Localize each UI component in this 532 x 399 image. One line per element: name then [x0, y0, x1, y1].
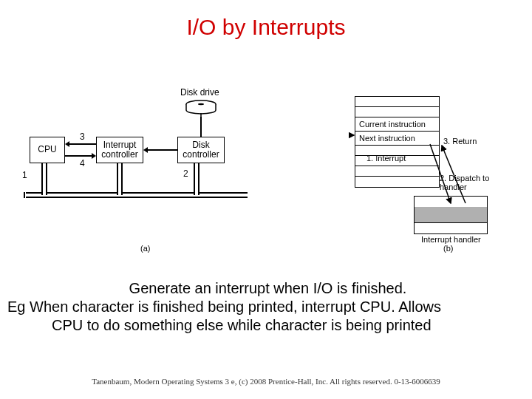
- disk-controller-box: Disk controller: [177, 137, 225, 163]
- label-1: 1: [22, 170, 27, 180]
- disk-drive-label: Disk drive: [180, 87, 219, 98]
- disk-drive-icon: [185, 100, 218, 115]
- bus-cap-left: [24, 192, 26, 198]
- svg-line-5: [430, 144, 451, 203]
- label-3: 3: [80, 132, 85, 142]
- svg-point-1: [198, 103, 204, 105]
- bus-main: [26, 192, 248, 198]
- bus-riser-cpu: [41, 163, 47, 195]
- arrow-2: [148, 149, 177, 151]
- body-line-1: Generate an interrupt when I/O is finish…: [7, 279, 528, 298]
- arrow-4: [65, 155, 92, 157]
- label-4: 4: [80, 158, 85, 168]
- diagram-area: Disk drive CPU Interrupt controller Disk…: [0, 74, 532, 266]
- connector-line: [200, 117, 202, 137]
- body-text: Generate an interrupt when I/O is finish…: [7, 279, 528, 335]
- label-2: 2: [183, 168, 188, 179]
- bus-riser-intc: [117, 163, 123, 195]
- cpu-box: CPU: [30, 137, 65, 163]
- bus-cap-right: [248, 192, 250, 198]
- body-line-2: Eg When character is finished being prin…: [7, 299, 441, 315]
- caption-b: (b): [443, 244, 453, 253]
- interrupt-controller-box: Interrupt controller: [96, 137, 143, 163]
- arrow-3: [69, 143, 96, 145]
- caption-a: (a): [140, 244, 150, 253]
- interrupt-controller-label: Interrupt controller: [97, 140, 143, 160]
- label-handler: Interrupt handler: [421, 235, 481, 244]
- footer-citation: Tanenbaum, Modern Operating Systems 3 e,…: [0, 377, 532, 386]
- disk-controller-label: Disk controller: [178, 140, 224, 160]
- page-title: I/O by Interrupts: [0, 0, 532, 40]
- bus-riser-diskc: [194, 163, 200, 195]
- body-line-3: CPU to do something else while character…: [7, 316, 528, 335]
- svg-line-4: [442, 146, 466, 203]
- right-arrows: [347, 129, 495, 233]
